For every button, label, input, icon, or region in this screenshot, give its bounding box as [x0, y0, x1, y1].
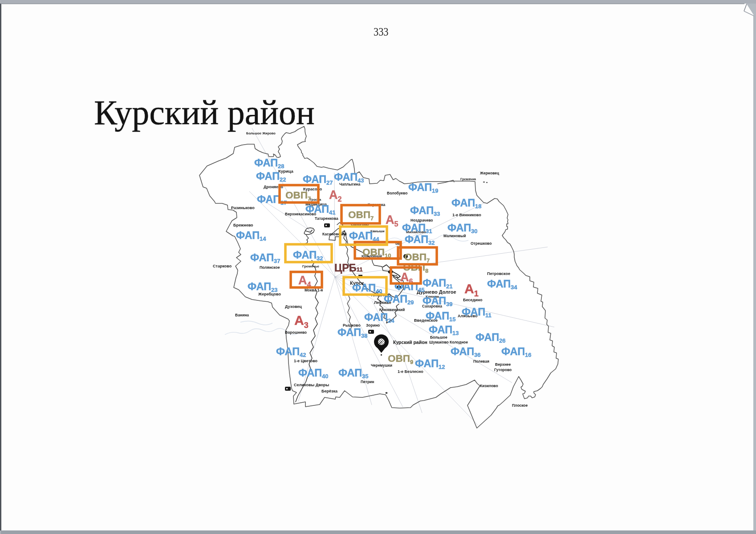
svg-text:ОВП7: ОВП7 — [348, 209, 374, 222]
svg-text:Старково: Старково — [213, 264, 232, 268]
svg-text:1-е Винниково: 1-е Винниково — [452, 213, 481, 217]
svg-text:Отрешково: Отрешково — [471, 241, 492, 246]
svg-text:Жеребцово: Жеребцово — [258, 292, 281, 296]
svg-text:Большое Жирово: Большое Жирово — [246, 131, 276, 135]
svg-text:Курица: Курица — [278, 169, 294, 174]
svg-text:1-е Цветово: 1-е Цветово — [294, 359, 318, 363]
svg-text:Беседино: Беседино — [463, 298, 483, 302]
svg-text:Курский район: Курский район — [393, 340, 427, 345]
svg-text:Плоское: Плоское — [512, 403, 528, 408]
svg-text:Гремячье: Гремячье — [302, 264, 320, 268]
svg-text:Касиновский: Касиновский — [322, 232, 347, 236]
svg-text:Шумаково: Шумаково — [429, 340, 449, 344]
svg-text:Малиновый: Малиновый — [443, 234, 466, 238]
svg-text:Селиховы Дворы: Селиховы Дворы — [294, 383, 329, 387]
svg-text:Ворошнево: Ворошнево — [285, 330, 307, 335]
svg-text:Тросна: Тросна — [309, 198, 321, 202]
svg-text:Зорино: Зорино — [366, 323, 380, 328]
svg-text:Петровское: Петровское — [487, 271, 510, 276]
svg-text:Кизилово: Кизилово — [480, 384, 498, 388]
svg-text:Петрин: Петрин — [361, 380, 374, 384]
svg-text:Жерновец: Жерновец — [480, 171, 500, 175]
svg-text:ОВП7: ОВП7 — [285, 190, 311, 202]
svg-text:Колодное: Колодное — [450, 340, 468, 344]
svg-text:Гремячка: Гремячка — [460, 177, 476, 181]
svg-text:Духовец: Духовец — [285, 304, 302, 309]
svg-text:Разиньково: Разиньково — [231, 206, 255, 210]
svg-text:Полевая: Полевая — [473, 359, 489, 364]
svg-text:Берёзка: Берёзка — [321, 389, 338, 393]
svg-text:ОВП9: ОВП9 — [388, 353, 413, 365]
svg-text:Брежнево: Брежнево — [233, 223, 253, 227]
svg-text:Волобуево: Волобуево — [387, 191, 407, 195]
svg-text:Татаренкова: Татаренкова — [315, 216, 338, 221]
svg-text:Ванина: Ванина — [235, 313, 249, 317]
svg-text:Полянское: Полянское — [260, 265, 280, 270]
svg-text:1-е Безлесно: 1-е Безлесно — [398, 369, 423, 374]
svg-text:Верхнее: Верхнее — [495, 362, 511, 367]
svg-text:Гуторово: Гуторово — [494, 368, 512, 372]
svg-text:Большое: Большое — [430, 335, 447, 340]
